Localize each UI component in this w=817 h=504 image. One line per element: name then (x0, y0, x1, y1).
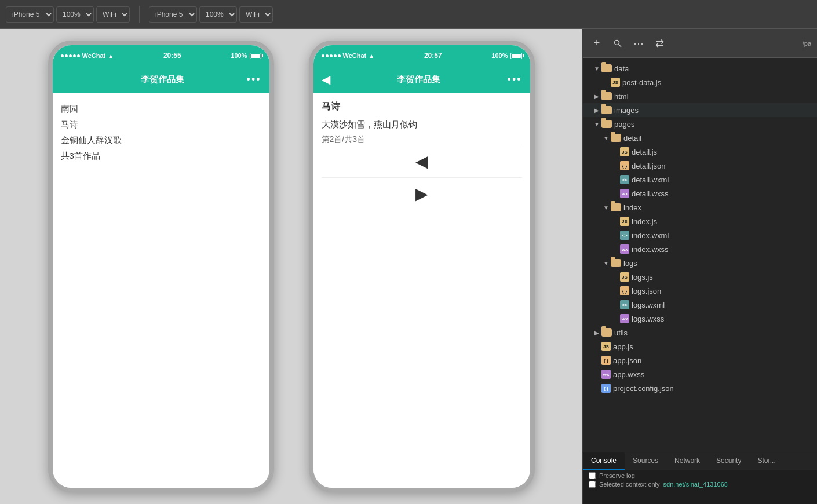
wxml-icon: <> (620, 231, 629, 240)
tree-file-app-wxss[interactable]: wx app.wxss (583, 367, 817, 381)
tree-file-detail-wxss[interactable]: wx detail.wxss (583, 187, 817, 200)
phone2-status-right: 100% (491, 52, 521, 59)
bottom-tabs: Console Sources Network Security Stor... (583, 452, 817, 470)
tree-label-app-wxss: app.wxss (613, 370, 644, 379)
phone2-content: 马诗 大漠沙如雪，燕山月似钩 第2首/共3首 ◀ ▶ (313, 93, 530, 488)
tree-folder-data[interactable]: ▼ data (583, 61, 817, 75)
phone1-poem-item-1[interactable]: 南园 (61, 101, 261, 116)
tree-label-logs-js: logs.js (632, 273, 653, 282)
tree-file-app-js[interactable]: JS app.js (583, 339, 817, 353)
add-file-btn[interactable]: + (589, 35, 605, 52)
phone1-zoom-select[interactable]: 100% 75% 50% (56, 6, 94, 23)
preserve-log-label: Preserve log (599, 472, 635, 479)
tab-security[interactable]: Security (708, 452, 749, 470)
tree-file-index-js[interactable]: JS index.js (583, 214, 817, 228)
phone1-nav-more-btn[interactable]: ••• (247, 74, 261, 86)
tree-file-app-json[interactable]: { } app.json (583, 353, 817, 367)
tree-folder-pages[interactable]: ▼ pages (583, 117, 817, 131)
tree-folder-html[interactable]: ▶ html (583, 89, 817, 103)
tree-label-detail-js: detail.js (632, 148, 657, 156)
phone1-content: 南园 马诗 金铜仙人辞汉歌 共3首作品 (53, 93, 269, 488)
tree-label-index-js: index.js (632, 217, 657, 226)
tree-folder-detail[interactable]: ▼ detail (583, 131, 817, 145)
panel-path: /pa (803, 40, 811, 47)
phone2-battery-fill (512, 54, 521, 58)
phone2-nav-bar: ◀ 李贺作品集 ••• (313, 66, 530, 93)
tree-arrow-index: ▼ (601, 204, 611, 211)
signal-dot (338, 54, 341, 57)
phone2-network-select[interactable]: WiFi 3G 4G (239, 6, 273, 23)
main-content: WeChat ▲ 20:55 100% 李贺作品集 ••• 南园 (0, 29, 817, 504)
phone1-device-select[interactable]: iPhone 5 iPhone 6 iPhone X (6, 6, 54, 23)
svg-line-1 (619, 45, 621, 47)
folder-icon-logs (611, 259, 621, 267)
tab-network[interactable]: Network (666, 452, 708, 470)
phone2-wifi-icon: ▲ (369, 53, 374, 59)
tree-file-project-config[interactable]: { } project.config.json (583, 381, 817, 395)
tree-folder-logs[interactable]: ▼ logs (583, 256, 817, 270)
phone2-poem-title: 马诗 (322, 101, 522, 113)
wxss-icon: wx (601, 370, 611, 379)
more-options-btn[interactable]: ⋯ (630, 35, 647, 52)
preserve-log-checkbox[interactable] (589, 472, 596, 479)
phone1-network-select[interactable]: WiFi 3G 4G (96, 6, 130, 23)
phone2-nav-more-btn[interactable]: ••• (508, 74, 522, 86)
tree-arrow-pages: ▼ (592, 121, 601, 127)
tree-file-detail-json[interactable]: { } detail.json (583, 159, 817, 173)
wxml-icon: <> (620, 175, 629, 184)
tree-file-logs-js[interactable]: JS logs.js (583, 270, 817, 284)
tree-label-html: html (614, 92, 629, 101)
phone2-status-bar: WeChat ▲ 20:57 100% (313, 45, 530, 66)
json-icon: { } (620, 286, 629, 295)
tree-label-detail-wxss: detail.wxss (632, 189, 669, 198)
tree-folder-images[interactable]: ▶ images (583, 103, 817, 117)
tree-file-detail-wxml[interactable]: <> detail.wxml (583, 173, 817, 187)
preserve-log-row: Preserve log (589, 472, 811, 479)
tree-label-logs-wxss: logs.wxss (632, 315, 664, 323)
tree-file-detail-js[interactable]: JS detail.js (583, 145, 817, 159)
switch-view-btn[interactable]: ⇄ (651, 35, 668, 52)
search-btn[interactable] (610, 35, 626, 52)
phone1-poem-item-3[interactable]: 金铜仙人辞汉歌 (61, 132, 261, 148)
tab-console[interactable]: Console (583, 452, 625, 470)
simulators-area: WeChat ▲ 20:55 100% 李贺作品集 ••• 南园 (0, 29, 582, 504)
tree-folder-utils[interactable]: ▶ utils (583, 326, 817, 339)
file-tree: ▼ data JS post-data.js ▶ html ▶ images (583, 58, 817, 452)
tree-label-logs: logs (623, 259, 637, 268)
tree-label-utils: utils (614, 328, 628, 337)
wxss-icon: wx (620, 244, 629, 254)
phone1-wifi-icon: ▲ (108, 53, 114, 59)
tree-file-index-wxml[interactable]: <> index.wxml (583, 228, 817, 242)
signal-dot (334, 54, 337, 57)
phone2-device-select[interactable]: iPhone 5 iPhone 6 iPhone X (149, 6, 197, 23)
tree-label-data: data (614, 64, 629, 73)
phone2-play-icon[interactable]: ▶ (415, 184, 428, 203)
phone2-zoom-select[interactable]: 100% 75% 50% (199, 6, 237, 23)
phone1-battery-fill (251, 54, 260, 58)
signal-dot (69, 54, 72, 57)
js-icon: JS (620, 217, 629, 226)
phone2-audio-next[interactable]: ▶ (322, 177, 522, 210)
tree-label-detail-wxml: detail.wxml (632, 176, 669, 184)
folder-icon-pages (601, 120, 612, 128)
phone2-audio-prev[interactable]: ◀ (322, 145, 522, 177)
js-icon: JS (620, 272, 629, 282)
tree-file-logs-json[interactable]: { } logs.json (583, 284, 817, 298)
tree-label-index-wxss: index.wxss (632, 245, 669, 254)
phone1-poem-item-2[interactable]: 马诗 (61, 116, 261, 132)
selected-context-label: Selected context only (599, 481, 660, 488)
phone2-time: 20:57 (424, 52, 442, 60)
tree-file-logs-wxml[interactable]: <> logs.wxml (583, 298, 817, 312)
tree-arrow-detail: ▼ (601, 135, 611, 141)
tree-file-logs-wxss[interactable]: wx logs.wxss (583, 312, 817, 326)
tab-storage[interactable]: Stor... (749, 452, 783, 470)
tab-sources[interactable]: Sources (625, 452, 666, 470)
tree-folder-index[interactable]: ▼ index (583, 200, 817, 214)
json-icon: { } (620, 161, 629, 170)
phone2-prev-icon[interactable]: ◀ (415, 152, 428, 171)
tree-file-index-wxss[interactable]: wx index.wxss (583, 242, 817, 256)
tree-file-post-data-js[interactable]: JS post-data.js (583, 75, 817, 89)
top-toolbar: iPhone 5 iPhone 6 iPhone X 100% 75% 50% … (0, 0, 817, 29)
selected-context-checkbox[interactable] (589, 481, 596, 488)
phone2-nav-back-btn[interactable]: ◀ (322, 72, 330, 86)
